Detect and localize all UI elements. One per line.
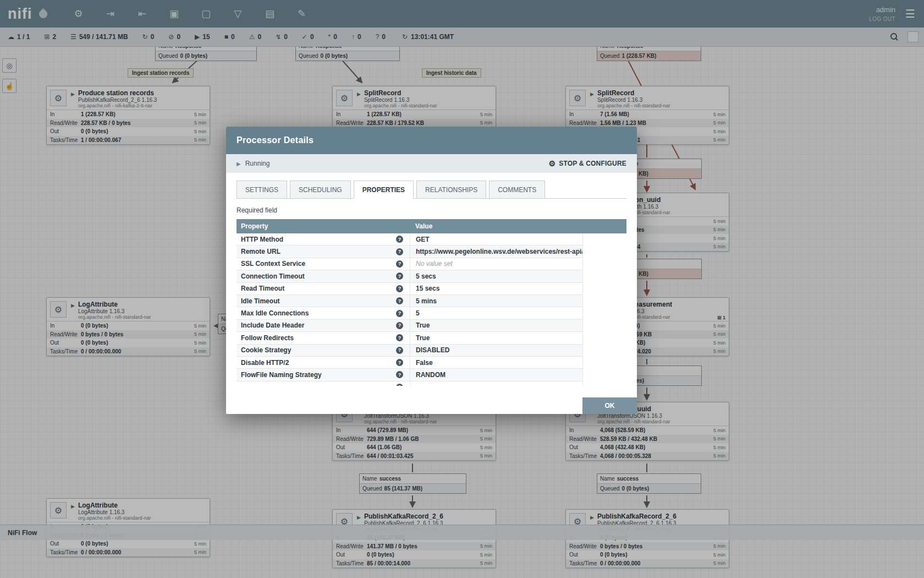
help-icon[interactable]: ? xyxy=(396,310,403,317)
property-value[interactable]: True xyxy=(410,320,582,331)
tab-relationships[interactable]: RELATIONSHIPS xyxy=(416,181,486,198)
help-icon[interactable]: ? xyxy=(396,359,403,366)
property-row[interactable]: Max Idle Connections?5 xyxy=(237,307,582,319)
property-row[interactable]: Idle Timeout?5 mins xyxy=(237,295,582,307)
property-value[interactable]: GET xyxy=(410,233,582,245)
help-icon[interactable]: ? xyxy=(396,248,403,255)
property-value[interactable]: https://www.pegelonline.wsv.de/webservic… xyxy=(410,246,582,257)
property-value[interactable]: RANDOM xyxy=(410,369,582,380)
property-value[interactable] xyxy=(410,381,582,386)
property-value[interactable]: 5 secs xyxy=(410,270,582,282)
running-status-icon: ▶ xyxy=(237,161,241,167)
tab-settings[interactable]: SETTINGS xyxy=(237,181,287,198)
help-icon[interactable]: ? xyxy=(396,272,403,280)
help-icon[interactable]: ? xyxy=(396,371,403,378)
property-name: Cookie Strategy? xyxy=(237,345,410,356)
property-value[interactable]: True xyxy=(410,332,582,343)
property-row[interactable]: Read Timeout?15 secs xyxy=(237,283,582,295)
help-icon[interactable]: ? xyxy=(396,297,403,304)
properties-table-header: Property Value xyxy=(237,219,626,233)
help-icon[interactable]: ? xyxy=(396,384,403,386)
property-name: Remote URL? xyxy=(237,246,410,257)
tab-comments[interactable]: COMMENTS xyxy=(489,181,545,198)
property-name: Read Timeout? xyxy=(237,283,410,295)
property-name: Disable HTTP/2? xyxy=(237,357,410,368)
property-name: Include Date Header? xyxy=(237,320,410,331)
property-value[interactable]: 5 mins xyxy=(410,295,582,307)
help-icon[interactable]: ? xyxy=(396,334,403,341)
dialog-title: Processor Details xyxy=(237,135,314,145)
property-row[interactable]: Remote URL?https://www.pegelonline.wsv.d… xyxy=(237,246,582,258)
stop-and-configure-button[interactable]: ⚙ STOP & CONFIGURE xyxy=(548,159,626,168)
property-row[interactable]: SSL Context Service?No value set xyxy=(237,258,582,270)
property-name: ? xyxy=(237,381,410,386)
property-row[interactable]: Cookie Strategy?DISABLED xyxy=(237,345,582,357)
property-name: HTTP Method? xyxy=(237,233,410,245)
property-row[interactable]: FlowFile Naming Strategy?RANDOM xyxy=(237,369,582,381)
property-name: SSL Context Service? xyxy=(237,258,410,270)
property-name: Max Idle Connections? xyxy=(237,307,410,319)
dialog-body: SETTINGSSCHEDULINGPROPERTIESRELATIONSHIP… xyxy=(226,173,637,386)
help-icon[interactable]: ? xyxy=(396,347,403,354)
property-value[interactable]: False xyxy=(410,357,582,368)
run-status-text: Running xyxy=(245,160,270,167)
value-column-header: Value xyxy=(410,222,432,230)
property-name: Follow Redirects? xyxy=(237,332,410,343)
tab-properties[interactable]: PROPERTIES xyxy=(354,181,414,199)
help-icon[interactable]: ? xyxy=(396,236,403,243)
property-value[interactable]: 15 secs xyxy=(410,283,582,295)
help-icon[interactable]: ? xyxy=(396,285,403,292)
property-row[interactable]: Follow Redirects?True xyxy=(237,332,582,344)
help-icon[interactable]: ? xyxy=(396,260,403,268)
dialog-tabs: SETTINGSSCHEDULINGPROPERTIESRELATIONSHIP… xyxy=(237,181,626,199)
property-value[interactable]: 5 xyxy=(410,307,582,319)
property-row[interactable]: Disable HTTP/2?False xyxy=(237,357,582,369)
stop-configure-icon: ⚙ xyxy=(548,159,556,168)
property-row[interactable]: Include Date Header?True xyxy=(237,320,582,332)
property-row[interactable]: HTTP Method?GET xyxy=(237,233,582,246)
stop-configure-label: STOP & CONFIGURE xyxy=(559,160,626,167)
ok-button[interactable]: OK xyxy=(582,397,637,414)
property-name: Idle Timeout? xyxy=(237,295,410,307)
tab-scheduling[interactable]: SCHEDULING xyxy=(290,181,351,198)
properties-table: HTTP Method?GETRemote URL?https://www.pe… xyxy=(237,233,583,386)
dialog-status-row: ▶ Running ⚙ STOP & CONFIGURE xyxy=(226,154,637,173)
property-column-header: Property xyxy=(237,222,410,230)
property-row[interactable]: ? xyxy=(237,381,582,386)
property-value[interactable]: No value set xyxy=(410,258,582,270)
property-row[interactable]: Connection Timeout?5 secs xyxy=(237,270,582,282)
property-name: FlowFile Naming Strategy? xyxy=(237,369,410,380)
dialog-header: Processor Details xyxy=(226,127,637,154)
help-icon[interactable]: ? xyxy=(396,322,403,329)
property-name: Connection Timeout? xyxy=(237,270,410,282)
required-field-hint: Required field xyxy=(237,206,626,214)
property-value[interactable]: DISABLED xyxy=(410,345,582,356)
processor-details-dialog: Processor Details ▶ Running ⚙ STOP & CON… xyxy=(226,127,637,414)
